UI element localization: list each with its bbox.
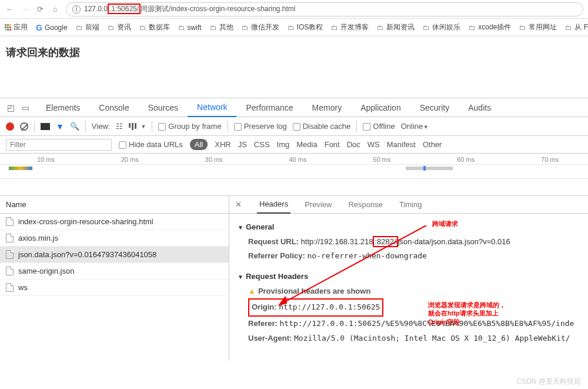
- bookmark-folder[interactable]: 🗀常用网址: [519, 22, 557, 32]
- tab-performance[interactable]: Performance: [236, 98, 302, 117]
- page-heading: 请求回来的数据: [6, 46, 80, 58]
- apps-icon: [5, 24, 11, 31]
- tab-application[interactable]: Application: [351, 98, 410, 117]
- bookmark-google[interactable]: GGoogle: [36, 23, 68, 32]
- search-icon[interactable]: 🔍: [70, 122, 79, 131]
- detail-tab-headers[interactable]: Headers: [257, 196, 290, 214]
- network-toolbar: ▼ 🔍 View: ☷ ▼ Group by frame Preserve lo…: [0, 117, 588, 136]
- request-url-key: Request URL:: [248, 237, 299, 246]
- filter-input[interactable]: [6, 139, 112, 151]
- request-list: Name index-cross-orgin-resource-sharing.…: [0, 196, 229, 361]
- large-rows-icon[interactable]: ☷: [116, 122, 123, 131]
- bookmark-folder[interactable]: 🗀数据库: [139, 22, 170, 32]
- origin-header: Origin: http://127.0.0.1:50625: [248, 298, 383, 317]
- back-button[interactable]: ←: [5, 5, 14, 14]
- clear-button[interactable]: [20, 122, 28, 131]
- warning-icon: ▲: [248, 287, 256, 295]
- filter-doc[interactable]: Doc: [347, 140, 360, 149]
- waterfall-icon[interactable]: [129, 123, 136, 130]
- filter-ws[interactable]: WS: [368, 140, 380, 149]
- detail-tab-timing[interactable]: Timing: [397, 196, 425, 214]
- request-row[interactable]: same-origin.json: [0, 263, 229, 280]
- site-info-icon[interactable]: i: [72, 5, 81, 14]
- tab-audits[interactable]: Audits: [459, 98, 500, 117]
- reload-button[interactable]: ⟳: [35, 5, 45, 14]
- tab-network[interactable]: Network: [188, 98, 236, 117]
- filter-xhr[interactable]: XHR: [215, 140, 230, 149]
- preserve-log-checkbox[interactable]: Preserve log: [234, 122, 287, 131]
- bookmark-folder[interactable]: 🗀IOS教程: [288, 22, 323, 32]
- apps-shortcut[interactable]: 应用: [5, 22, 28, 32]
- filter-manifest[interactable]: Manifest: [387, 140, 416, 149]
- folder-icon: 🗀: [423, 24, 430, 32]
- filter-icon[interactable]: ▼: [56, 122, 64, 131]
- request-headers-section[interactable]: ▼Request Headers: [238, 270, 580, 284]
- screenshot-icon[interactable]: [41, 123, 50, 130]
- request-row[interactable]: ws: [0, 280, 229, 296]
- filter-css[interactable]: CSS: [254, 140, 270, 149]
- detail-tab-response[interactable]: Response: [346, 196, 385, 214]
- filter-img[interactable]: Img: [277, 140, 290, 149]
- filter-js[interactable]: JS: [238, 140, 247, 149]
- timeline-tick: 20 ms: [84, 156, 168, 163]
- request-detail: ✕ Headers Preview Response Timing ▼Gener…: [229, 196, 588, 361]
- bookmark-bar: 应用 GGoogle 🗀前端 🗀资讯 🗀数据库 🗀swift 🗀其他 🗀微信开发…: [0, 19, 588, 36]
- bookmark-folder[interactable]: 🗀微信开发: [242, 22, 279, 32]
- file-icon: [6, 267, 14, 275]
- hide-data-urls-checkbox[interactable]: Hide data URLs: [119, 140, 183, 149]
- general-section[interactable]: ▼General: [238, 220, 580, 235]
- request-row[interactable]: json.data.json?v=0.01647937436041058: [0, 247, 229, 263]
- detail-tab-preview[interactable]: Preview: [302, 196, 334, 214]
- tab-elements[interactable]: Elements: [36, 98, 89, 117]
- bookmark-folder[interactable]: 🗀xcode插件: [469, 22, 511, 32]
- devtools-tabs: ◰ ▭ Elements Console Sources Network Per…: [0, 98, 588, 117]
- bookmark-folder[interactable]: 🗀资讯: [108, 22, 131, 32]
- filter-media[interactable]: Media: [296, 140, 317, 149]
- bookmark-folder[interactable]: 🗀新闻资讯: [377, 22, 415, 32]
- request-row[interactable]: axios.min.js: [0, 230, 229, 247]
- inspect-icon[interactable]: ◰: [7, 103, 15, 112]
- bookmark-folder[interactable]: 🗀swift: [178, 24, 202, 32]
- file-icon: [6, 283, 14, 292]
- folder-icon: 🗀: [210, 24, 217, 32]
- timeline-tick: 70 ms: [504, 156, 588, 163]
- bookmark-folder[interactable]: 🗀前端: [76, 22, 99, 32]
- record-button[interactable]: [6, 122, 14, 131]
- device-icon[interactable]: ▭: [22, 103, 29, 112]
- network-split: Name index-cross-orgin-resource-sharing.…: [0, 196, 588, 361]
- timeline[interactable]: 10 ms 20 ms 30 ms 40 ms 50 ms 60 ms 70 m…: [0, 154, 588, 196]
- request-row[interactable]: index-cross-orgin-resource-sharing.html: [0, 214, 229, 230]
- folder-icon: 🗀: [76, 24, 83, 32]
- close-detail-icon[interactable]: ✕: [235, 200, 242, 209]
- filter-font[interactable]: Font: [325, 140, 340, 149]
- folder-icon: 🗀: [519, 24, 526, 32]
- group-by-frame-checkbox[interactable]: Group by frame: [158, 122, 221, 131]
- timeline-tick: 30 ms: [168, 156, 252, 163]
- file-icon: [6, 250, 14, 259]
- bookmark-folder[interactable]: 🗀其他: [210, 22, 233, 32]
- folder-icon: 🗀: [377, 24, 384, 32]
- referrer-policy-value: no-referrer-when-downgrade: [307, 251, 427, 260]
- watermark: CSDN @景天科技苑: [516, 377, 581, 387]
- tab-security[interactable]: Security: [410, 98, 459, 117]
- page-content: 请求回来的数据: [0, 36, 588, 98]
- bookmark-folder[interactable]: 🗀休闲娱乐: [423, 22, 460, 32]
- tab-console[interactable]: Console: [89, 98, 138, 117]
- offline-checkbox[interactable]: Offline: [363, 122, 395, 131]
- throttle-select[interactable]: Online ▼: [401, 122, 429, 131]
- bookmark-folder[interactable]: 🗀开发博客: [331, 22, 369, 32]
- filter-other[interactable]: Other: [423, 140, 442, 149]
- timeline-tick: 60 ms: [420, 156, 504, 163]
- folder-icon: 🗀: [288, 24, 295, 32]
- filter-all[interactable]: All: [190, 139, 208, 150]
- home-button[interactable]: ⌂: [51, 5, 60, 14]
- tab-sources[interactable]: Sources: [139, 98, 188, 117]
- forward-button[interactable]: →: [20, 5, 29, 14]
- disable-cache-checkbox[interactable]: Disable cache: [293, 122, 351, 131]
- user-agent-key: User-Agent:: [248, 334, 292, 343]
- bookmark-folder[interactable]: 🗀从 Firefox 导入: [565, 22, 588, 32]
- name-column-header[interactable]: Name: [0, 196, 229, 214]
- tab-memory[interactable]: Memory: [303, 98, 352, 117]
- folder-icon: 🗀: [108, 24, 115, 32]
- address-bar[interactable]: i 127.0.0.1:50625/同源测试/index-cross-orgin…: [66, 2, 583, 16]
